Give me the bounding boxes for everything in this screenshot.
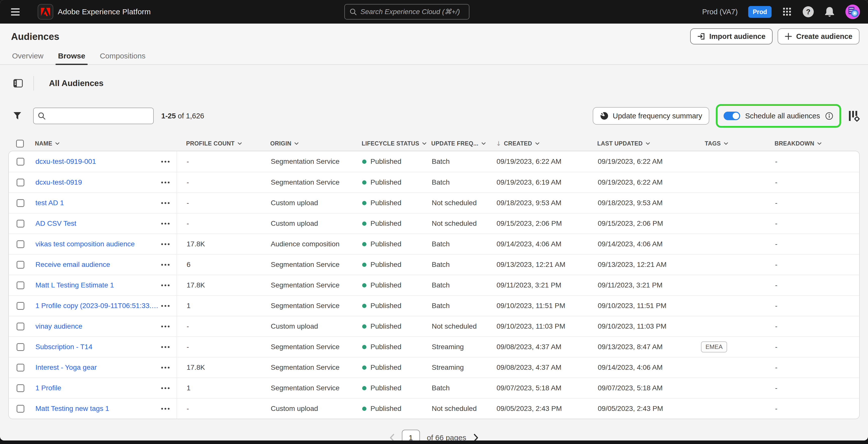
audience-name-link[interactable]: dcxu-test-0919-001 <box>35 158 96 166</box>
tab-compositions[interactable]: Compositions <box>100 52 146 60</box>
table-row: dcxu-test-0919 - Segmentation Service Pu… <box>9 172 859 193</box>
sort-descending-icon: ↓ <box>496 140 501 147</box>
audience-name-cell: Matt L Testing Estimate 1 <box>32 275 177 295</box>
create-audience-button[interactable]: Create audience <box>778 28 860 44</box>
row-checkbox[interactable] <box>17 364 24 372</box>
audience-name-link[interactable]: dcxu-test-0919 <box>35 178 82 186</box>
rail-toggle-icon[interactable] <box>13 79 23 88</box>
update-frequency-summary-button[interactable]: Update frequency summary <box>593 107 709 125</box>
more-actions-icon[interactable] <box>160 200 170 206</box>
tab-browse[interactable]: Browse <box>58 52 85 60</box>
more-actions-icon[interactable] <box>160 261 170 268</box>
more-actions-icon[interactable] <box>160 385 170 391</box>
import-audience-button[interactable]: Import audience <box>690 28 773 44</box>
audience-name-link[interactable]: Matt L Testing Estimate 1 <box>35 281 114 289</box>
row-checkbox[interactable] <box>17 158 24 166</box>
more-actions-icon[interactable] <box>160 323 170 330</box>
row-checkbox[interactable] <box>17 322 24 330</box>
more-actions-icon[interactable] <box>160 179 170 186</box>
more-actions-icon[interactable] <box>160 282 170 289</box>
tab-overview[interactable]: Overview <box>12 52 43 60</box>
origin-cell: Custom upload <box>262 219 353 228</box>
audience-search-field[interactable] <box>33 108 154 124</box>
row-checkbox[interactable] <box>17 281 24 289</box>
audience-name-link[interactable]: 1 Profile <box>35 384 61 392</box>
schedule-all-audiences-toggle[interactable] <box>723 112 740 120</box>
filter-icon[interactable] <box>13 112 21 119</box>
audience-name-link[interactable]: test AD 1 <box>35 199 64 207</box>
audience-name-link[interactable]: Matt Testing new tags 1 <box>35 405 109 413</box>
created-cell: 09/19/2023, 6:22 AM <box>488 158 589 166</box>
more-actions-icon[interactable] <box>160 241 170 248</box>
column-header-origin[interactable]: ORIGIN <box>261 140 352 147</box>
environment-badge[interactable]: Prod <box>748 6 772 18</box>
column-header-created[interactable]: ↓CREATED <box>487 140 588 147</box>
update-frequency-cell: Not scheduled <box>423 405 488 413</box>
page-number-input[interactable] <box>402 430 420 441</box>
column-settings-icon[interactable] <box>848 110 860 122</box>
audience-name-link[interactable]: AD CSV Test <box>35 219 76 228</box>
more-actions-icon[interactable] <box>160 303 170 309</box>
hamburger-menu-icon[interactable] <box>11 8 20 15</box>
created-cell: 09/08/2023, 4:37 AM <box>488 364 589 372</box>
chevron-down-icon <box>724 142 728 145</box>
audience-name-link[interactable]: vikas test composition audience <box>35 240 135 248</box>
profile-count-cell: 1 <box>177 302 262 310</box>
more-actions-icon[interactable] <box>160 158 170 165</box>
created-cell: 09/19/2023, 6:19 AM <box>488 178 589 186</box>
last-updated-cell: 09/15/2023, 2:06 PM <box>589 219 696 228</box>
row-checkbox[interactable] <box>17 343 24 351</box>
more-actions-icon[interactable] <box>160 344 170 350</box>
audience-name-link[interactable]: 1 Profile copy (2023-09-11T06:51:33.111Z… <box>35 302 160 310</box>
global-search[interactable] <box>344 4 469 20</box>
lifecycle-status-cell: Published <box>353 240 423 248</box>
more-actions-icon[interactable] <box>160 364 170 371</box>
global-search-input[interactable] <box>361 8 464 16</box>
avatar[interactable] <box>845 4 860 19</box>
audience-name-cell: dcxu-test-0919 <box>32 172 177 193</box>
notifications-icon[interactable] <box>824 6 835 17</box>
row-checkbox[interactable] <box>17 220 24 228</box>
column-header-updated[interactable]: LAST UPDATED <box>588 140 695 147</box>
more-actions-icon[interactable] <box>160 220 170 227</box>
page-previous-icon[interactable] <box>389 434 395 441</box>
row-checkbox[interactable] <box>17 240 24 248</box>
row-checkbox[interactable] <box>17 384 24 392</box>
page-next-icon[interactable] <box>473 434 479 441</box>
select-all-checkbox[interactable] <box>16 140 24 147</box>
column-header-tags[interactable]: TAGS <box>695 140 766 147</box>
audience-name-link[interactable]: vinay audience <box>35 322 82 330</box>
apps-grid-icon[interactable] <box>782 7 792 17</box>
lifecycle-status-label: Published <box>370 219 401 228</box>
help-icon[interactable]: ? <box>803 6 814 17</box>
column-header-name[interactable]: NAME <box>32 140 177 147</box>
column-header-status[interactable]: LIFECYCLE STATUS <box>352 140 423 147</box>
page-actions: Import audience Create audience <box>690 28 860 44</box>
lifecycle-status-cell: Published <box>353 343 423 351</box>
audience-name-cell: 1 Profile copy (2023-09-11T06:51:33.111Z… <box>32 296 177 316</box>
info-icon[interactable] <box>825 112 833 120</box>
audience-name-link[interactable]: Interest - Yoga gear <box>35 364 97 372</box>
more-actions-icon[interactable] <box>160 405 170 412</box>
row-checkbox-cell <box>9 296 32 316</box>
row-checkbox[interactable] <box>17 405 24 413</box>
profile-count-cell: - <box>177 219 262 228</box>
row-checkbox[interactable] <box>17 179 24 186</box>
profile-count-cell: - <box>177 405 262 413</box>
column-header-breakdown[interactable]: BREAKDOWN <box>766 140 859 147</box>
tag-chip[interactable]: EMEA <box>701 341 727 352</box>
row-checkbox[interactable] <box>17 302 24 310</box>
column-header-profile[interactable]: PROFILE COUNT <box>177 140 261 147</box>
breakdown-cell: - <box>766 199 860 207</box>
row-checkbox[interactable] <box>17 261 24 269</box>
audience-name-link[interactable]: Receive email audience <box>35 261 110 269</box>
audience-name-cell: dcxu-test-0919-001 <box>32 151 177 172</box>
audience-name-cell: 1 Profile <box>32 378 177 398</box>
column-header-freq[interactable]: UPDATE FREQ... <box>423 140 487 147</box>
adobe-logo[interactable] <box>38 4 53 20</box>
row-checkbox-cell <box>9 234 32 254</box>
update-frequency-cell: Batch <box>423 158 488 166</box>
audience-name-link[interactable]: Subscription - T14 <box>35 343 92 351</box>
row-checkbox[interactable] <box>17 199 24 207</box>
audience-search-input[interactable] <box>49 112 149 120</box>
